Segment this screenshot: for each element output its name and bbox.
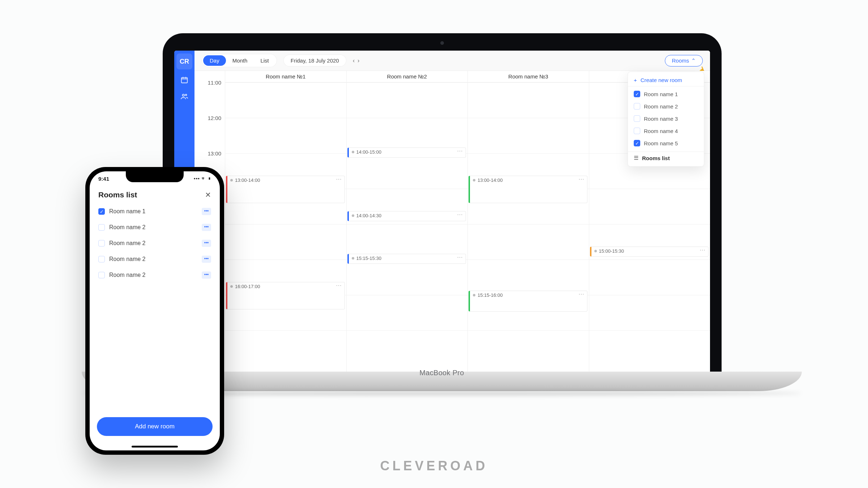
rooms-list-link[interactable]: ☰ Rooms list	[628, 152, 704, 164]
more-icon[interactable]: •••	[202, 271, 211, 279]
event-more-icon[interactable]: ⋯	[336, 284, 342, 287]
checkbox-icon[interactable]	[634, 103, 640, 110]
calendar-event[interactable]: 15:15-15:30⋯	[347, 254, 466, 264]
checkbox-icon[interactable]	[98, 256, 105, 262]
brand-wordmark: CLEVEROAD	[380, 458, 488, 474]
more-icon[interactable]: •••	[202, 256, 211, 263]
segment-month[interactable]: Month	[226, 55, 254, 66]
room-column-header: Room name №1	[225, 71, 346, 82]
more-icon[interactable]: •••	[202, 208, 211, 215]
laptop-frame: CR Day Month List Friday, 18 July 2020	[163, 33, 722, 372]
checkbox-icon[interactable]: ✓	[634, 91, 640, 97]
next-day-button[interactable]: ›	[358, 57, 359, 64]
svg-point-2	[185, 94, 187, 96]
close-icon[interactable]: ✕	[205, 191, 211, 199]
room-filter-item[interactable]: Room name 2	[628, 100, 704, 112]
camera-dot	[440, 41, 444, 45]
checkbox-icon[interactable]: ✓	[634, 140, 640, 146]
room-filter-label: Room name 4	[644, 128, 678, 134]
phone-frame: 9:41 ••• ᯤ ▮ Rooms list ✕ ✓Room name 1••…	[85, 167, 224, 455]
date-nav: ‹ ›	[353, 57, 360, 64]
app-logo: CR	[176, 53, 192, 69]
view-segment: Day Month List	[202, 54, 277, 67]
checkbox-icon[interactable]	[98, 224, 105, 231]
phone-room-item[interactable]: Room name 2•••	[95, 251, 214, 267]
room-column: Room name №313:00-14:00⋯15:15-16:00⋯	[467, 71, 589, 372]
laptop-label: MacBook Pro	[419, 369, 464, 377]
laptop-screen: CR Day Month List Friday, 18 July 2020	[174, 51, 710, 372]
more-icon[interactable]: •••	[202, 240, 211, 247]
desktop-app: CR Day Month List Friday, 18 July 2020	[174, 51, 710, 372]
event-more-icon[interactable]: ⋯	[578, 177, 584, 181]
rooms-dropdown-button[interactable]: Rooms ⌃	[665, 55, 703, 67]
chevron-up-icon: ⌃	[691, 57, 696, 64]
add-room-button[interactable]: Add new room	[97, 417, 213, 436]
toolbar: Day Month List Friday, 18 July 2020 ‹ › …	[194, 51, 710, 71]
status-icons: ••• ᯤ ▮	[194, 176, 211, 182]
checkbox-icon[interactable]	[98, 272, 105, 278]
plus-icon: +	[634, 77, 637, 83]
event-more-icon[interactable]: ⋯	[336, 177, 342, 181]
phone-room-item[interactable]: Room name 2•••	[95, 219, 214, 235]
calendar-event[interactable]: 13:00-14:00⋯	[226, 176, 345, 203]
checkbox-icon[interactable]	[634, 115, 640, 122]
checkbox-icon[interactable]	[98, 240, 105, 247]
status-time: 9:41	[98, 176, 109, 182]
room-column: Room name №113:00-14:00⋯16:00-17:00⋯	[225, 71, 346, 372]
phone-screen: 9:41 ••• ᯤ ▮ Rooms list ✕ ✓Room name 1••…	[90, 171, 220, 450]
phone-room-list: ✓Room name 1•••Room name 2•••Room name 2…	[90, 202, 220, 413]
phone-room-label: Room name 1	[109, 208, 146, 215]
room-column: Room name №214:00-15:00⋯14:00-14:30⋯15:1…	[346, 71, 468, 372]
phone-header: Rooms list ✕	[90, 182, 220, 202]
list-icon: ☰	[634, 155, 638, 161]
more-icon[interactable]: •••	[202, 224, 211, 231]
segment-list[interactable]: List	[254, 55, 275, 66]
room-filter-item[interactable]: Room name 4	[628, 125, 704, 137]
phone-room-item[interactable]: Room name 2•••	[95, 235, 214, 251]
phone-title: Rooms list	[98, 191, 137, 199]
checkbox-icon[interactable]: ✓	[98, 208, 105, 215]
calendar-event[interactable]: 14:00-14:30⋯	[347, 211, 466, 221]
main-area: Day Month List Friday, 18 July 2020 ‹ › …	[194, 51, 710, 372]
room-filter-item[interactable]: Room name 3	[628, 112, 704, 125]
room-filter-item[interactable]: ✓Room name 1	[628, 88, 704, 100]
room-column-header: Room name №2	[347, 71, 468, 82]
room-filter-label: Room name 5	[644, 140, 678, 146]
event-more-icon[interactable]: ⋯	[457, 256, 463, 259]
calendar-event[interactable]: 13:00-14:00⋯	[469, 176, 587, 203]
phone-room-item[interactable]: ✓Room name 1•••	[95, 204, 214, 219]
event-more-icon[interactable]: ⋯	[457, 149, 463, 153]
phone-notch	[126, 171, 184, 182]
date-label[interactable]: Friday, 18 July 2020	[283, 55, 346, 67]
checkbox-icon[interactable]	[634, 128, 640, 134]
rooms-button-label: Rooms	[672, 57, 689, 64]
calendar-event[interactable]: 14:00-15:00⋯	[347, 147, 466, 158]
calendar-event[interactable]: 16:00-17:00⋯	[226, 282, 345, 309]
phone-room-label: Room name 2	[109, 224, 146, 231]
home-indicator	[132, 446, 178, 448]
phone-room-label: Room name 2	[109, 256, 146, 262]
svg-rect-0	[181, 78, 188, 83]
phone-room-label: Room name 2	[109, 272, 146, 278]
event-more-icon[interactable]: ⋯	[578, 292, 584, 296]
event-more-icon[interactable]: ⋯	[457, 213, 463, 217]
phone-room-label: Room name 2	[109, 240, 146, 247]
room-filter-label: Room name 3	[644, 116, 678, 122]
create-room-button[interactable]: + Create new room	[628, 74, 704, 86]
prev-day-button[interactable]: ‹	[353, 57, 355, 64]
rooms-dropdown: + Create new room ✓Room name 1Room name …	[628, 72, 704, 167]
people-icon[interactable]	[180, 93, 188, 103]
room-filter-label: Room name 2	[644, 103, 678, 110]
room-filter-item[interactable]: ✓Room name 5	[628, 137, 704, 149]
segment-day[interactable]: Day	[203, 55, 226, 66]
create-room-label: Create new room	[641, 77, 682, 83]
calendar-event[interactable]: 15:00-15:30⋯	[590, 247, 709, 257]
rooms-list-label: Rooms list	[642, 155, 670, 161]
calendar-icon[interactable]	[180, 76, 188, 86]
hour-label: 12:00	[208, 115, 221, 121]
room-column-header: Room name №3	[468, 71, 589, 82]
svg-point-1	[183, 94, 185, 97]
event-more-icon[interactable]: ⋯	[700, 248, 705, 252]
calendar-event[interactable]: 15:15-16:00⋯	[469, 291, 587, 312]
phone-room-item[interactable]: Room name 2•••	[95, 267, 214, 283]
